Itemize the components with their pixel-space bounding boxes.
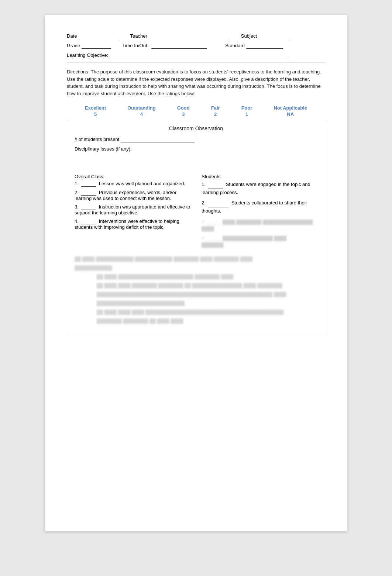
rating-poor-label: Poor <box>241 105 252 111</box>
date-label: Date <box>67 33 77 39</box>
blurred-subsection: ██ ████ ████████████████████████ ███████… <box>97 273 317 324</box>
blurred-bottom-section: ██ ████ ████████████ ████████████ ██████… <box>75 256 317 324</box>
subject-field[interactable] <box>258 33 292 39</box>
observation-title: Classroom Observation <box>75 125 317 131</box>
blurred-sub-1: ██ ████ ████████████████████████ ███████… <box>97 273 317 280</box>
blurred-sub-3: ████████████████████████████████████████… <box>97 291 317 298</box>
rating-poor-value: 1 <box>245 111 248 118</box>
rating-na: Not Applicable NA <box>274 105 307 118</box>
rating-fair-label: Fair <box>211 105 220 111</box>
student-item-2: 2. Students collaborated to share their … <box>202 199 317 215</box>
students-present-field[interactable] <box>121 137 195 142</box>
directions-text: Directions: The purpose of this classroo… <box>67 68 325 97</box>
student-item-1: 1. Students were engaged in the topic an… <box>202 181 317 197</box>
overall-row: Overall Class: 1. Lesson was well planne… <box>75 174 317 248</box>
rating-outstanding: Outstanding 4 <box>127 105 156 118</box>
blurred-sub-4: ████████████████████████████ <box>97 300 317 307</box>
rating-fair-value: 2 <box>214 111 217 118</box>
rating-good-value: 3 <box>182 111 185 118</box>
blurred-line-2: ████████████ <box>75 265 317 271</box>
standard-field[interactable] <box>246 43 283 49</box>
class-blank-1[interactable] <box>81 181 96 187</box>
rating-outstanding-value: 4 <box>140 111 143 118</box>
student-blurred-2: 4. ______ ████████████████ ███████████. <box>202 235 317 248</box>
rating-na-label: Not Applicable <box>274 105 307 111</box>
page: Date Teacher Subject Grade Time In/Out: … <box>45 15 347 531</box>
header-row-3: Learning Objective: <box>67 52 325 58</box>
overall-class-label: Overall Class: <box>75 174 190 179</box>
class-blank-2[interactable] <box>81 190 96 196</box>
blurred-sub-5: ██ ████ ████ ████ ██████████████████████… <box>97 309 317 315</box>
teacher-field[interactable] <box>149 33 230 39</box>
subject-label: Subject <box>241 33 257 39</box>
grade-field[interactable] <box>82 43 111 49</box>
time-field[interactable] <box>151 43 207 49</box>
rating-good-label: Good <box>177 105 190 111</box>
blurred-line-1: ██ ████ ████████████ ████████████ ██████… <box>75 256 317 262</box>
date-field[interactable] <box>78 33 119 39</box>
students-blurred-items: 3. ______ ████ ████████ ████████████████… <box>202 219 317 248</box>
students-present-label: # of students present <box>75 137 119 142</box>
rating-outstanding-label: Outstanding <box>127 105 156 111</box>
rating-scale: Excellent 5 Outstanding 4 Good 3 Fair 2 … <box>67 103 325 120</box>
grade-label: Grade <box>67 43 80 48</box>
students-items: 1. Students were engaged in the topic an… <box>202 181 317 248</box>
rating-poor: Poor 1 <box>241 105 252 118</box>
class-item-3: 3. Instruction was appropriate and effec… <box>75 204 190 215</box>
time-label: Time In/Out: <box>122 43 148 48</box>
students-label: Students: <box>202 174 317 179</box>
objective-label: Learning Objective: <box>67 52 108 58</box>
objective-field[interactable] <box>110 52 287 58</box>
class-blank-4[interactable] <box>81 218 96 224</box>
header-row-1: Date Teacher Subject <box>67 33 325 39</box>
rating-excellent-value: 5 <box>94 111 97 118</box>
class-blank-3[interactable] <box>81 204 96 210</box>
header-row-2: Grade Time In/Out: Standard <box>67 43 325 49</box>
rating-excellent: Excellent 5 <box>85 105 106 118</box>
class-item-1: 1. Lesson was well planned and organized… <box>75 181 190 187</box>
disciplinary-label: Disciplinary Issues (if any): <box>75 146 132 152</box>
rating-excellent-label: Excellent <box>85 105 106 111</box>
blurred-sub-2: ██ ████ ████ ████████ ████████ ██ ██████… <box>97 282 317 289</box>
rating-good: Good 3 <box>177 105 190 118</box>
student-blank-1[interactable] <box>208 181 223 189</box>
students-section: Students: 1. Students were engaged in th… <box>198 174 317 248</box>
student-blurred-1: 3. ______ ████ ████████ ████████████████… <box>202 219 317 232</box>
header-section: Date Teacher Subject Grade Time In/Out: … <box>67 33 325 62</box>
observation-box: Classroom Observation # of students pres… <box>67 120 325 334</box>
overall-class-section: Overall Class: 1. Lesson was well planne… <box>75 174 198 248</box>
rating-na-value: NA <box>287 111 294 118</box>
class-item-4: 4. Interventions were effective to helpi… <box>75 218 190 230</box>
header-divider <box>67 62 325 62</box>
student-blank-2[interactable] <box>208 199 228 207</box>
rating-fair: Fair 2 <box>211 105 220 118</box>
disciplinary-section: Disciplinary Issues (if any): <box>75 146 317 152</box>
class-item-2: 2. Previous experiences, words, and/or l… <box>75 190 190 201</box>
standard-label: Standard <box>225 43 245 48</box>
students-present-row: # of students present <box>75 137 317 142</box>
blurred-sub-6: ████████ ████████ ██ ████ ████ <box>97 318 317 324</box>
teacher-label: Teacher <box>130 33 147 39</box>
